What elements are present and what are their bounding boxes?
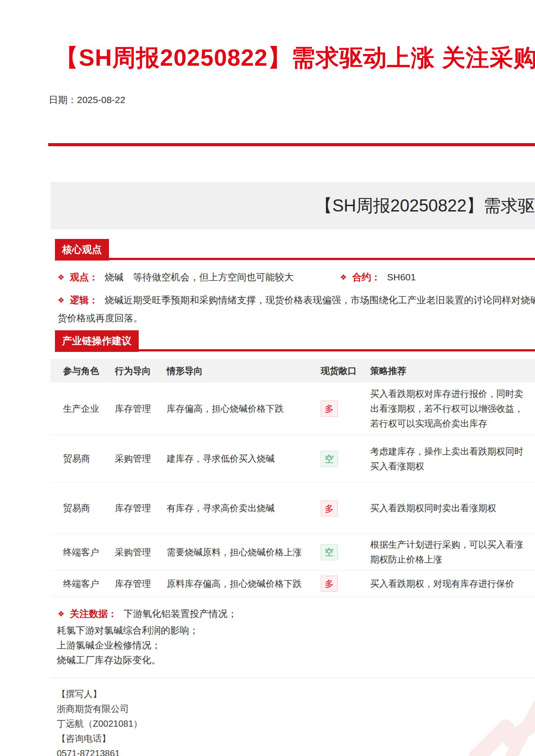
cell-situation: 库存偏高，担心烧碱价格下跌 (167, 401, 321, 416)
footer-line-phone-header: 【咨询电话】 (57, 731, 142, 746)
viewpoint-value: 烧碱 等待做空机会，但上方空间也可能较大 (104, 272, 294, 282)
footer-line-company: 浙商期货有限公司 (57, 702, 142, 716)
cell-strategy: 买入看跌期权对库存进行报价，同时卖 出看涨期权，若不行权可以增强收益， 若行权可… (370, 387, 535, 431)
data-watch-lines: 耗氯下游对氯碱综合利润的影响； 上游氯碱企业检修情况； 烧碱工厂库存边际变化。 (57, 623, 199, 667)
banner: 【SH周报20250822】需求驱动上涨 (50, 182, 535, 230)
col-header-situation: 情形导向 (167, 364, 321, 378)
diamond-bullet-icon: ❖ (340, 273, 347, 282)
viewpoint-row: ❖观点：烧碱 等待做空机会，但上方空间也可能较大 (58, 271, 294, 284)
data-watch-first: 下游氧化铝装置投产情况； (123, 608, 237, 619)
diamond-bullet-icon: ❖ (58, 273, 64, 282)
banner-title: 【SH周报20250822】需求驱动上涨 (315, 182, 535, 230)
red-divider (48, 143, 535, 146)
cell-strategy: 买入看跌期权，对现有库存进行保价 (370, 576, 535, 591)
cell-role: 贸易商 (63, 451, 115, 466)
cell-strategy: 买入看跌期权同时卖出看涨期权 (370, 501, 535, 516)
table-row: 终端客户 库存管理 原料库存偏高，担心烧碱价格下跌 多 买入看跌期权，对现有库存… (50, 571, 535, 597)
section-header-core-label: 核心观点 (62, 244, 102, 255)
contract-label: 合约： (352, 272, 381, 282)
section-header-core: 核心观点 (55, 239, 109, 261)
cell-role: 贸易商 (63, 501, 115, 516)
brand-watermark (455, 630, 535, 756)
footer-block: 【撰写人】 浙商期货有限公司 丁远航（Z0021081） 【咨询电话】 0571… (57, 687, 142, 756)
table-header-row: 参与角色 行为导向 情形导向 现货敞口 策略推荐 (50, 359, 535, 382)
logic-row: ❖逻辑：烧碱近期受旺季预期和采购情绪支撑，现货价格表现偏强，市场围绕化工产业老旧… (58, 292, 535, 328)
cell-behavior: 库存管理 (115, 576, 167, 591)
logic-label: 逻辑： (70, 295, 98, 305)
section-underline-core (55, 258, 535, 260)
col-header-behavior: 行为导向 (115, 364, 167, 378)
cell-behavior: 采购管理 (115, 545, 167, 560)
report-page: 【SH周报20250822】需求驱动上涨 关注采购情 日期：2025-08-22… (0, 0, 535, 756)
col-header-exposure: 现货敞口 (321, 364, 370, 378)
cell-situation: 有库存，寻求高价卖出烧碱 (167, 501, 321, 516)
cell-situation: 原料库存偏高，担心烧碱价格下跌 (167, 576, 321, 591)
cell-behavior: 采购管理 (115, 451, 167, 466)
cell-behavior: 库存管理 (115, 501, 167, 516)
date-label: 日期： (49, 94, 77, 105)
advice-table: 参与角色 行为导向 情形导向 现货敞口 策略推荐 生产企业 库存管理 库存偏高，… (50, 359, 535, 597)
cell-strategy: 考虑建库存，操作上卖出看跌期权同时 买入看涨期权 (370, 444, 535, 474)
cell-role: 终端客户 (63, 545, 115, 560)
section-header-advice-label: 产业链操作建议 (62, 335, 131, 346)
table-row: 贸易商 库存管理 有库存，寻求高价卖出烧碱 多 买入看跌期权同时卖出看涨期权 (50, 483, 535, 534)
exposure-badge: 多 (321, 576, 338, 592)
cell-role: 生产企业 (63, 401, 115, 416)
table-row: 终端客户 采购管理 需要烧碱原料，担心烧碱价格上涨 空 根据生产计划进行采购，可… (50, 534, 535, 571)
col-header-role: 参与角色 (63, 364, 115, 378)
footer-line-analyst: 丁远航（Z0021081） (57, 716, 142, 731)
data-watch-row: ❖关注数据：下游氧化铝装置投产情况； (58, 608, 237, 620)
footer-line-author-header: 【撰写人】 (57, 687, 142, 702)
diamond-bullet-icon: ❖ (58, 296, 64, 305)
page-title: 【SH周报20250822】需求驱动上涨 关注采购情 (55, 41, 535, 74)
contract-value: SH601 (387, 272, 416, 282)
section-underline-advice (55, 349, 535, 351)
exposure-badge: 空 (321, 544, 338, 560)
diamond-bullet-icon: ❖ (58, 610, 64, 618)
cell-role: 终端客户 (63, 576, 115, 591)
cell-situation: 建库存，寻求低价买入烧碱 (167, 451, 321, 466)
logic-text: 烧碱近期受旺季预期和采购情绪支撑，现货价格表现偏强，市场围绕化工产业老旧装置的讨… (58, 295, 535, 323)
contract-row: ❖合约：SH601 (340, 271, 416, 284)
col-header-strategy: 策略推荐 (370, 364, 535, 378)
footer-line-phone: 0571-87213861 (57, 746, 142, 756)
exposure-badge: 多 (321, 500, 338, 517)
table-row: 贸易商 采购管理 建库存，寻求低价买入烧碱 空 考虑建库存，操作上卖出看跌期权同… (50, 435, 535, 483)
cell-situation: 需要烧碱原料，担心烧碱价格上涨 (167, 545, 321, 560)
report-date: 日期：2025-08-22 (49, 94, 125, 106)
viewpoint-label: 观点： (70, 272, 98, 282)
table-row: 生产企业 库存管理 库存偏高，担心烧碱价格下跌 多 买入看跌期权对库存进行报价，… (50, 382, 535, 435)
exposure-badge: 多 (321, 400, 338, 417)
date-value: 2025-08-22 (77, 94, 125, 105)
section-header-advice: 产业链操作建议 (55, 330, 139, 352)
cell-behavior: 库存管理 (115, 401, 167, 416)
exposure-badge: 空 (321, 451, 338, 467)
cell-strategy: 根据生产计划进行采购，可以买入看涨 期权防止价格上涨 (370, 537, 535, 567)
data-watch-label: 关注数据： (70, 608, 117, 619)
